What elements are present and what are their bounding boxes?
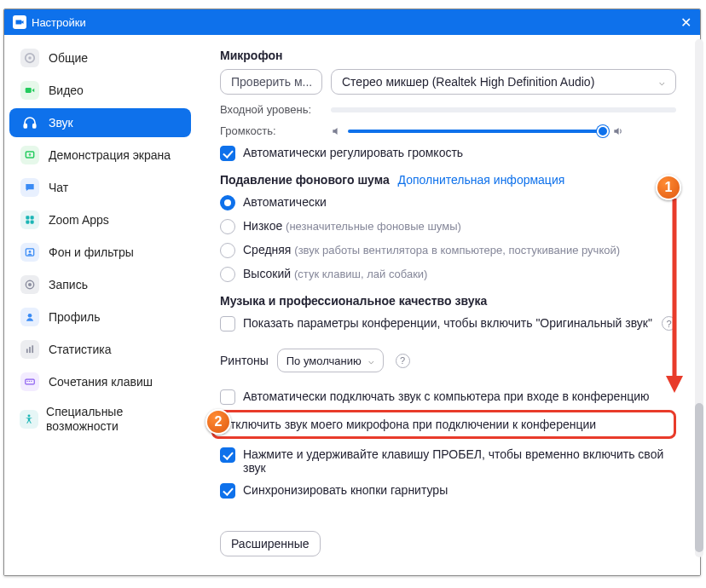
noise-heading-text: Подавление фонового шума (220, 173, 390, 187)
svg-rect-2 (26, 88, 32, 93)
svg-rect-19 (27, 381, 28, 382)
svg-rect-8 (26, 221, 29, 224)
sidebar-item-label: Фон и фильтры (49, 245, 134, 259)
record-icon (18, 275, 42, 294)
mic-volume-slider[interactable] (348, 130, 604, 133)
svg-rect-17 (32, 345, 33, 353)
original-sound-label: Показать параметры конференции, чтобы вк… (243, 316, 654, 330)
advanced-button[interactable]: Расширенные (220, 531, 321, 556)
sidebar-item-recording[interactable]: Запись (9, 270, 191, 299)
svg-point-14 (28, 314, 32, 318)
ringtones-label: Ринтоны (220, 354, 269, 367)
original-sound-checkbox[interactable] (220, 316, 235, 331)
svg-rect-9 (31, 221, 34, 224)
speaker-max-icon (612, 125, 624, 137)
zoom-logo-icon (13, 15, 26, 29)
sidebar-item-label: Общие (49, 51, 88, 65)
sidebar-item-general[interactable]: Общие (9, 43, 191, 72)
svg-rect-3 (24, 124, 26, 129)
noise-auto-radio[interactable] (220, 195, 235, 210)
space-to-unmute-label: Нажмите и удерживайте клавишу ПРОБЕЛ, чт… (243, 447, 676, 475)
noise-high-label: Высокий (стук клавиш, лай собаки) (243, 267, 676, 280)
sidebar-item-label: Запись (49, 278, 88, 291)
settings-window: Настройки ✕ Общие Видео Звук Демонстраци… (3, 9, 701, 576)
background-icon (18, 243, 42, 262)
gear-icon (18, 49, 42, 67)
sidebar-item-label: Демонстрация экрана (49, 148, 171, 162)
svg-rect-20 (29, 381, 30, 382)
sidebar-item-zoomapps[interactable]: Zoom Apps (9, 205, 191, 234)
noise-low-radio[interactable] (220, 219, 235, 234)
mic-device-dropdown[interactable]: Стерео микшер (Realtek High Definition A… (331, 69, 676, 95)
noise-auto-label: Автоматически (243, 195, 676, 209)
close-icon[interactable]: ✕ (680, 14, 692, 31)
sidebar-item-background[interactable]: Фон и фильтры (9, 238, 191, 267)
sidebar-item-label: Звук (49, 116, 73, 130)
music-heading: Музыка и профессиональное качество звука (220, 294, 676, 308)
svg-point-13 (28, 283, 32, 286)
mic-device-value: Стерео микшер (Realtek High Definition A… (342, 75, 594, 89)
apps-icon (18, 210, 42, 229)
ringtones-dropdown[interactable]: По умолчанию ⌵ (277, 349, 384, 372)
sidebar-item-label: Чат (49, 181, 68, 194)
microphone-heading: Микрофон (220, 49, 676, 62)
chevron-down-icon: ⌵ (368, 355, 374, 366)
volume-label: Громкость: (220, 124, 331, 137)
sidebar-item-label: Специальные возможности (46, 405, 182, 434)
svg-rect-15 (26, 349, 28, 353)
ringtones-value: По умолчанию (286, 355, 362, 367)
noise-low-label: Низкое (незначительные фоновые шумы) (243, 219, 676, 233)
svg-rect-21 (31, 381, 32, 382)
mute-mic-on-join-label: Отключить звук моего микрофона при подкл… (221, 418, 596, 431)
sidebar-item-video[interactable]: Видео (9, 76, 191, 105)
noise-high-radio[interactable] (220, 267, 235, 282)
sync-headset-checkbox[interactable] (220, 483, 235, 499)
svg-rect-4 (33, 124, 36, 129)
svg-rect-7 (31, 216, 34, 219)
help-icon[interactable]: ? (662, 316, 676, 331)
sidebar-item-shortcuts[interactable]: Сочетания клавиш (9, 367, 191, 396)
input-level-meter (331, 107, 676, 112)
input-level-label: Входной уровень: (220, 103, 331, 116)
stats-icon (18, 340, 42, 359)
scrollbar[interactable] (695, 39, 701, 557)
auto-join-audio-checkbox[interactable] (220, 389, 235, 405)
sidebar: Общие Видео Звук Демонстрация экрана Чат… (4, 35, 196, 575)
sidebar-item-profile[interactable]: Профиль (9, 303, 191, 331)
sidebar-item-chat[interactable]: Чат (9, 173, 191, 202)
noise-info-link[interactable]: Дополнительная информация (398, 173, 565, 187)
annotation-marker-1: 1 (656, 175, 681, 200)
speaker-min-icon (331, 125, 343, 137)
scrollbar-thumb[interactable] (695, 403, 701, 552)
audio-settings-panel: Микрофон Проверить м... Стерео микшер (R… (196, 35, 700, 575)
sidebar-item-stats[interactable]: Статистика (9, 335, 191, 364)
noise-mid-radio[interactable] (220, 243, 235, 258)
chat-icon (18, 178, 42, 197)
svg-rect-16 (29, 347, 31, 353)
profile-icon (18, 308, 42, 326)
titlebar: Настройки ✕ (4, 9, 700, 35)
noise-mid-label: Средняя (звук работы вентилятора в компь… (243, 243, 676, 257)
headphones-icon (18, 113, 42, 132)
help-icon[interactable]: ? (396, 354, 410, 368)
sidebar-item-audio[interactable]: Звук (9, 108, 191, 137)
test-mic-label: Проверить м... (231, 75, 312, 89)
sync-headset-label: Синхронизировать кнопки гарнитуры (243, 483, 676, 497)
accessibility-icon (18, 410, 39, 429)
highlighted-option: Отключить звук моего микрофона при подкл… (211, 410, 676, 439)
sidebar-item-label: Видео (49, 84, 84, 97)
sidebar-item-accessibility[interactable]: Специальные возможности (9, 400, 191, 439)
share-screen-icon (18, 146, 42, 164)
advanced-button-label: Расширенные (231, 537, 310, 551)
test-mic-button[interactable]: Проверить м... (220, 69, 322, 95)
window-title: Настройки (32, 16, 680, 29)
auto-adjust-volume-checkbox[interactable] (220, 146, 235, 161)
space-to-unmute-checkbox[interactable] (220, 447, 235, 463)
auto-join-audio-label: Автоматически подключать звук с компьюте… (243, 389, 676, 403)
sidebar-item-label: Профиль (49, 310, 100, 324)
auto-adjust-volume-label: Автоматически регулировать громкость (243, 146, 676, 159)
noise-suppression-heading: Подавление фонового шума Дополнительная … (220, 173, 676, 187)
sidebar-item-share[interactable]: Демонстрация экрана (9, 141, 191, 170)
chevron-down-icon: ⌵ (659, 77, 665, 88)
svg-point-22 (27, 414, 30, 417)
